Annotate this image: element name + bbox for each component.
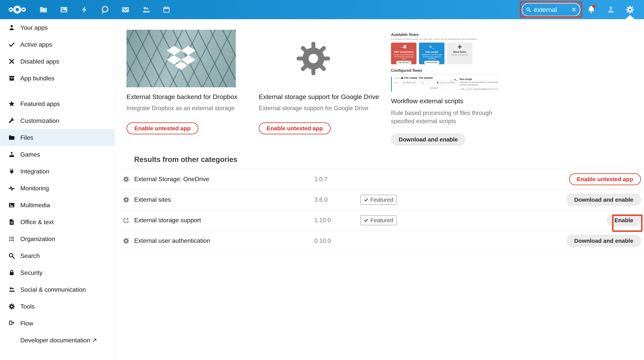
plug-icon: [8, 168, 15, 175]
gear-icon: [295, 40, 332, 77]
search-field[interactable]: [522, 3, 580, 16]
gear-icon: [123, 176, 130, 183]
mini-flow-editor: When File created , File updated and Fil…: [391, 77, 500, 92]
app-card-description: External storage support for Google Driv…: [259, 105, 368, 112]
app-name: External storage support: [134, 217, 314, 224]
pdf-arrow-icon: →🗎: [391, 44, 416, 50]
active-app-caret: [626, 15, 634, 19]
enable-button[interactable]: Enable: [607, 214, 641, 226]
sidebar-item-multimedia[interactable]: Multimedia: [0, 197, 114, 214]
app-card-title: External storage support for Google Driv…: [259, 93, 368, 101]
settings-gear-icon[interactable]: [626, 5, 634, 14]
featured-badge: Featured: [360, 195, 397, 205]
search-icon: [526, 7, 531, 12]
download-and-enable-button[interactable]: Download and enable: [566, 194, 641, 206]
check-icon: [364, 198, 368, 202]
files-icon[interactable]: [39, 5, 48, 14]
nextcloud-logo[interactable]: [8, 5, 26, 14]
document-icon: [8, 219, 15, 226]
sidebar-item-files[interactable]: Files: [0, 129, 114, 146]
app-row-onedrive[interactable]: External Storage: OneDrive 1.0.7 Enable …: [119, 169, 644, 189]
magnifier-icon: [8, 252, 15, 259]
gear-icon: [436, 82, 438, 84]
mail-icon[interactable]: [121, 5, 130, 14]
enable-untested-app-button[interactable]: Enable untested app: [126, 122, 198, 134]
app-version: 1.0.7: [314, 176, 360, 183]
gear-icon: [123, 237, 130, 244]
talk-icon[interactable]: [100, 5, 109, 14]
app-row-external-sites[interactable]: External sites 3.6.0 Featured Download a…: [119, 189, 644, 210]
sidebar-item-tools[interactable]: Tools: [0, 298, 114, 315]
activity-icon[interactable]: [80, 5, 89, 14]
sidebar-item-your-apps[interactable]: Your apps: [0, 19, 114, 36]
terminal-icon: >_: [419, 44, 444, 50]
sidebar-item-games[interactable]: Games: [0, 146, 114, 163]
sidebar-item-disabled-apps[interactable]: Disabled apps: [0, 53, 114, 70]
mini-tile-more-flows: + More flows Browse the app store: [447, 43, 472, 64]
lock-icon: [8, 269, 15, 276]
sidebar-item-active-apps[interactable]: Active apps: [0, 36, 114, 53]
workflow-mini-screenshot: Available flows For details on how to wr…: [391, 30, 500, 92]
app-card-description: Integrate Dropbox as an external storage: [126, 105, 236, 112]
developer-documentation-link[interactable]: Developer documentation ↗: [0, 332, 114, 349]
enable-untested-app-button[interactable]: Enable untested app: [259, 122, 330, 134]
app-version: 3.6.0: [314, 196, 360, 203]
sidebar-item-integration[interactable]: Integration: [0, 163, 114, 180]
photos-icon[interactable]: [60, 5, 68, 14]
notification-dot: [592, 4, 596, 8]
nextcloud-apps-page: Your apps Active apps Disabled apps App …: [0, 0, 644, 360]
sidebar-item-security[interactable]: Security: [0, 264, 114, 281]
mini-note: For details on how to write your own flo…: [391, 38, 500, 41]
gear-icon: [123, 196, 130, 203]
app-card-title: External Storage backend for Dropbox: [126, 93, 236, 101]
search-result-cards: External Storage backend for Dropbox Int…: [126, 30, 500, 145]
arrow-icon: →: [449, 79, 452, 83]
google-drive-app-image: [259, 30, 368, 87]
mini-tile-pdf-conversion: →🗎 PDF conversion Convert documents into…: [391, 43, 416, 64]
mini-available-flows-heading: Available flows: [391, 30, 500, 37]
pulse-icon: [8, 185, 15, 192]
mini-configured-flows-heading: Configured flows: [391, 68, 500, 73]
sidebar-item-flow[interactable]: Flow: [0, 315, 114, 332]
clear-search-icon[interactable]: [571, 7, 576, 12]
joystick-icon: [8, 151, 15, 158]
workflow-app-screenshot: Available flows For details on how to wr…: [391, 30, 500, 92]
image-icon: [8, 202, 15, 209]
people-icon: [8, 286, 15, 293]
sidebar-item-app-bundles[interactable]: App bundles: [0, 70, 114, 87]
sidebar-item-monitoring[interactable]: Monitoring: [0, 180, 114, 197]
sidebar-item-organization[interactable]: Organization: [0, 231, 114, 247]
app-row-external-user-authentication[interactable]: External user authentication 0.10.0 Down…: [119, 230, 644, 251]
app-version: 1.10.0: [314, 217, 360, 224]
download-and-enable-button[interactable]: Download and enable: [566, 235, 641, 247]
check-icon: [364, 218, 368, 223]
sidebar-item-office-text[interactable]: Office & text: [0, 214, 114, 231]
check-icon: [8, 41, 15, 48]
settings-sidebar: Your apps Active apps Disabled apps App …: [0, 19, 115, 360]
app-name: External Storage: OneDrive: [134, 175, 314, 183]
app-name: External user authentication: [134, 237, 314, 244]
enable-untested-app-button[interactable]: Enable untested app: [569, 173, 641, 185]
top-bar: [0, 0, 644, 19]
calendar-icon[interactable]: [162, 5, 171, 14]
sidebar-item-social-communication[interactable]: Social & communication: [0, 281, 114, 298]
sidebar-item-featured-apps[interactable]: Featured apps: [0, 95, 114, 112]
app-version: 0.10.0: [314, 237, 360, 244]
download-and-enable-button[interactable]: Download and enable: [391, 134, 465, 145]
bundle-icon: [8, 75, 15, 82]
other-categories-results: Results from other categories External S…: [119, 155, 644, 251]
sidebar-item-search[interactable]: Search: [0, 247, 114, 264]
flow-icon: [8, 320, 15, 327]
app-name: External sites: [134, 196, 314, 203]
app-row-external-storage-support[interactable]: External storage support 1.10.0 Featured…: [119, 210, 644, 230]
app-card-title: Workflow external scripts: [391, 97, 500, 105]
sidebar-item-customization[interactable]: Customization: [0, 112, 114, 129]
contacts-icon[interactable]: [142, 5, 150, 14]
contacts-menu-icon[interactable]: [606, 5, 615, 14]
list-icon: [8, 236, 15, 242]
app-card-workflow-scripts: Available flows For details on how to wr…: [391, 30, 500, 145]
search-input[interactable]: [534, 6, 571, 14]
dropbox-logo-icon: [167, 46, 196, 71]
app-navigation: [39, 5, 171, 14]
star-icon: [8, 100, 15, 107]
